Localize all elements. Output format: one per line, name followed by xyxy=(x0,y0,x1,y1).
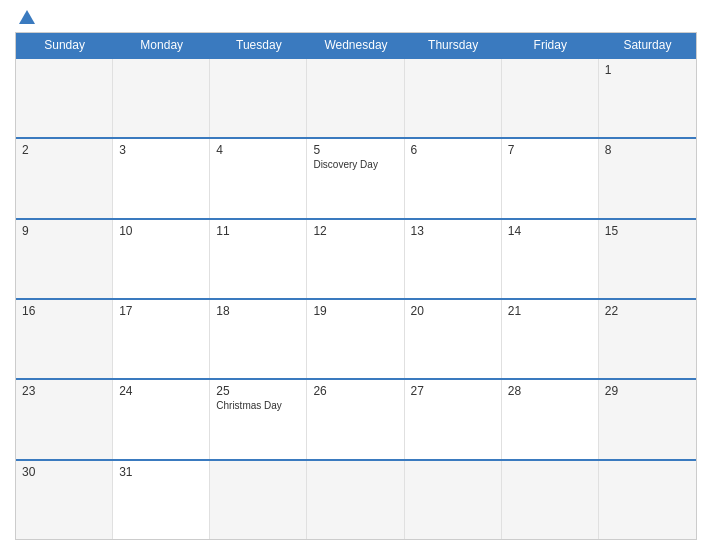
calendar-cell: 23 xyxy=(16,380,113,458)
calendar-cell: 3 xyxy=(113,139,210,217)
day-number: 1 xyxy=(605,63,690,77)
day-number: 4 xyxy=(216,143,300,157)
page: SundayMondayTuesdayWednesdayThursdayFrid… xyxy=(0,0,712,550)
calendar-week-4: 16171819202122 xyxy=(16,298,696,378)
header-day-tuesday: Tuesday xyxy=(210,33,307,57)
day-number: 10 xyxy=(119,224,203,238)
logo-triangle-icon xyxy=(19,10,35,24)
calendar-cell: 20 xyxy=(405,300,502,378)
calendar-cell: 2 xyxy=(16,139,113,217)
calendar-body: 12345Discovery Day6789101112131415161718… xyxy=(16,57,696,539)
calendar-cell: 9 xyxy=(16,220,113,298)
calendar-cell: 30 xyxy=(16,461,113,539)
day-number: 18 xyxy=(216,304,300,318)
day-number: 29 xyxy=(605,384,690,398)
calendar-cell: 31 xyxy=(113,461,210,539)
day-number: 30 xyxy=(22,465,106,479)
calendar-week-5: 232425Christmas Day26272829 xyxy=(16,378,696,458)
calendar-cell: 13 xyxy=(405,220,502,298)
calendar-cell: 5Discovery Day xyxy=(307,139,404,217)
calendar-cell: 22 xyxy=(599,300,696,378)
logo-blue xyxy=(15,10,35,24)
header-day-thursday: Thursday xyxy=(405,33,502,57)
calendar-cell: 16 xyxy=(16,300,113,378)
day-number: 7 xyxy=(508,143,592,157)
day-number: 6 xyxy=(411,143,495,157)
calendar-cell xyxy=(405,59,502,137)
day-number: 19 xyxy=(313,304,397,318)
calendar-cell: 15 xyxy=(599,220,696,298)
calendar-week-2: 2345Discovery Day678 xyxy=(16,137,696,217)
header-day-friday: Friday xyxy=(502,33,599,57)
calendar-cell xyxy=(210,461,307,539)
calendar-cell: 12 xyxy=(307,220,404,298)
day-number: 24 xyxy=(119,384,203,398)
calendar-cell: 19 xyxy=(307,300,404,378)
day-number: 27 xyxy=(411,384,495,398)
calendar-cell xyxy=(405,461,502,539)
day-number: 12 xyxy=(313,224,397,238)
calendar-cell xyxy=(16,59,113,137)
day-number: 11 xyxy=(216,224,300,238)
calendar-cell xyxy=(307,59,404,137)
calendar-cell xyxy=(307,461,404,539)
day-number: 17 xyxy=(119,304,203,318)
day-number: 28 xyxy=(508,384,592,398)
calendar-cell xyxy=(502,461,599,539)
day-number: 9 xyxy=(22,224,106,238)
day-number: 5 xyxy=(313,143,397,157)
calendar-cell: 11 xyxy=(210,220,307,298)
header xyxy=(15,10,697,24)
day-number: 15 xyxy=(605,224,690,238)
calendar: SundayMondayTuesdayWednesdayThursdayFrid… xyxy=(15,32,697,540)
day-number: 13 xyxy=(411,224,495,238)
calendar-cell: 25Christmas Day xyxy=(210,380,307,458)
day-number: 26 xyxy=(313,384,397,398)
day-number: 20 xyxy=(411,304,495,318)
calendar-week-1: 1 xyxy=(16,57,696,137)
calendar-cell: 26 xyxy=(307,380,404,458)
calendar-cell: 28 xyxy=(502,380,599,458)
calendar-cell: 21 xyxy=(502,300,599,378)
holiday-label: Discovery Day xyxy=(313,159,397,170)
header-day-wednesday: Wednesday xyxy=(307,33,404,57)
calendar-cell: 1 xyxy=(599,59,696,137)
header-day-sunday: Sunday xyxy=(16,33,113,57)
day-number: 16 xyxy=(22,304,106,318)
calendar-cell: 14 xyxy=(502,220,599,298)
logo xyxy=(15,10,35,24)
day-number: 21 xyxy=(508,304,592,318)
calendar-cell: 18 xyxy=(210,300,307,378)
header-day-saturday: Saturday xyxy=(599,33,696,57)
calendar-cell: 7 xyxy=(502,139,599,217)
calendar-cell: 8 xyxy=(599,139,696,217)
calendar-cell xyxy=(113,59,210,137)
day-number: 2 xyxy=(22,143,106,157)
calendar-cell: 29 xyxy=(599,380,696,458)
day-number: 23 xyxy=(22,384,106,398)
calendar-cell: 4 xyxy=(210,139,307,217)
holiday-label: Christmas Day xyxy=(216,400,300,411)
calendar-cell xyxy=(502,59,599,137)
calendar-cell: 6 xyxy=(405,139,502,217)
calendar-week-6: 3031 xyxy=(16,459,696,539)
day-number: 31 xyxy=(119,465,203,479)
calendar-cell: 10 xyxy=(113,220,210,298)
calendar-week-3: 9101112131415 xyxy=(16,218,696,298)
calendar-cell xyxy=(210,59,307,137)
calendar-cell xyxy=(599,461,696,539)
day-number: 3 xyxy=(119,143,203,157)
day-number: 14 xyxy=(508,224,592,238)
calendar-cell: 27 xyxy=(405,380,502,458)
calendar-cell: 17 xyxy=(113,300,210,378)
day-number: 22 xyxy=(605,304,690,318)
day-number: 25 xyxy=(216,384,300,398)
day-number: 8 xyxy=(605,143,690,157)
calendar-header: SundayMondayTuesdayWednesdayThursdayFrid… xyxy=(16,33,696,57)
calendar-cell: 24 xyxy=(113,380,210,458)
header-day-monday: Monday xyxy=(113,33,210,57)
